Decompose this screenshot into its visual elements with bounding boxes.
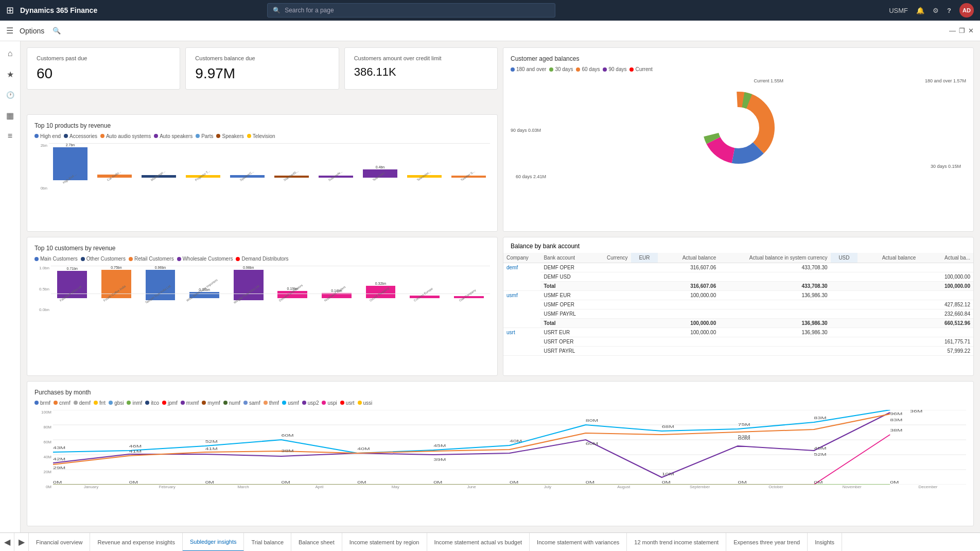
table-row: DEMF USD 100,000.00: [503, 272, 973, 282]
svg-point-4: [721, 110, 757, 146]
sidebar-modules[interactable]: ≡: [2, 128, 19, 144]
aged-balances-card: Customer aged balances 180 and over 30 d…: [503, 47, 974, 232]
svg-text:45M: 45M: [814, 446, 826, 450]
legend-60-days: 60 days: [576, 66, 600, 72]
svg-text:39M: 39M: [433, 457, 446, 461]
tab-financial-overview[interactable]: Financial overview: [29, 533, 90, 552]
tab-income-variances[interactable]: Income statement with variances: [530, 533, 627, 552]
svg-text:0M: 0M: [738, 480, 747, 484]
table-row: demf DEMF OPER 316,607.06 433,708.30: [503, 263, 973, 272]
svg-text:38M: 38M: [282, 449, 294, 453]
table-row-total: Total 316,607.06 433,708.30 100,000.00: [503, 282, 973, 291]
legend-180-over: 180 and over: [511, 66, 546, 72]
svg-text:68M: 68M: [662, 424, 674, 428]
top-customers-title: Top 10 customers by revenue: [34, 245, 490, 252]
tab-left-arrow[interactable]: ◀: [0, 533, 14, 552]
search-bar[interactable]: 🔍 Search for a page: [267, 3, 555, 18]
svg-text:45M: 45M: [433, 443, 446, 447]
sidebar-favorites[interactable]: ★: [2, 66, 19, 82]
hamburger-icon[interactable]: ☰: [6, 26, 13, 36]
sidebar-workspaces[interactable]: ▦: [2, 107, 19, 124]
tab-12month-trend[interactable]: 12 month trend income statement: [627, 533, 726, 552]
sidebar-home[interactable]: ⌂: [2, 45, 19, 62]
svg-text:10M: 10M: [662, 472, 674, 476]
svg-text:0M: 0M: [662, 480, 671, 484]
bank-balance-card: Balance by bank account Company Bank acc…: [503, 237, 974, 376]
svg-text:0M: 0M: [890, 480, 899, 484]
bank-balance-table: Company Bank account Currency EUR Actual…: [503, 253, 973, 356]
second-navigation: ☰ Options 🔍 — ❐ ✕: [0, 21, 980, 41]
kpi-past-due-label: Customers past due: [37, 55, 170, 61]
kpi-credit-limit-label: Customers amount over credit limit: [354, 55, 488, 61]
top-customers-legend: Main Customers Other Customers Retail Cu…: [34, 256, 490, 262]
bottom-tabs: ◀ ▶ Financial overview Revenue and expen…: [0, 532, 980, 551]
svg-text:0M: 0M: [814, 480, 822, 484]
svg-text:75M: 75M: [738, 422, 750, 426]
legend-30-days: 30 days: [549, 66, 573, 72]
bell-icon[interactable]: 🔔: [916, 7, 924, 14]
minimize-icon[interactable]: —: [949, 27, 956, 35]
avatar[interactable]: AD: [959, 3, 974, 18]
svg-text:38M: 38M: [890, 428, 902, 432]
svg-text:29M: 29M: [53, 466, 65, 470]
table-row: usmf USMF EUR 100,000.00 136,986.30: [503, 291, 973, 300]
help-icon[interactable]: ?: [947, 7, 951, 14]
svg-text:83M: 83M: [890, 418, 902, 422]
main-layout: ⌂ ★ 🕐 ▦ ≡ Customers past due 60 Customer…: [0, 41, 980, 532]
svg-text:52M: 52M: [814, 452, 826, 456]
tab-income-region[interactable]: Income statement by region: [342, 533, 427, 552]
tab-income-vs-budget[interactable]: Income statement actual vs budget: [427, 533, 530, 552]
svg-text:41M: 41M: [129, 449, 142, 453]
svg-text:40M: 40M: [357, 446, 370, 451]
svg-text:0M: 0M: [53, 480, 62, 484]
svg-text:83M: 83M: [814, 416, 826, 420]
top-navigation: ⊞ Dynamics 365 Finance 🔍 Search for a pa…: [0, 0, 980, 21]
svg-text:60M: 60M: [738, 436, 750, 440]
svg-text:0M: 0M: [129, 480, 138, 484]
customers-bars: 0.71bn Fabrikam India Ltd. 0.75bn Fourth…: [51, 266, 490, 312]
table-row-total: Total 100,000.00 136,986.30 660,512.96: [503, 319, 973, 328]
tab-subledger[interactable]: Subledger insights: [183, 533, 244, 552]
purchases-line-chart: 43M 46M 52M 60M 40M 45M 40M 80M 68M 75M …: [53, 410, 966, 485]
restore-icon[interactable]: ❐: [959, 27, 965, 35]
svg-text:0M: 0M: [282, 480, 290, 484]
user-code: USMF: [889, 7, 908, 14]
svg-text:0M: 0M: [586, 480, 594, 484]
sidebar-recent[interactable]: 🕐: [2, 87, 19, 103]
top-products-card: Top 10 products by revenue High end Acce…: [27, 114, 498, 232]
tab-trial-balance[interactable]: Trial balance: [244, 533, 291, 552]
top-products-legend: High end Accessories Auto audio systems …: [34, 133, 490, 139]
tab-expenses-3year[interactable]: Expenses three year trend: [726, 533, 808, 552]
top-products-title: Top 10 products by revenue: [34, 122, 490, 129]
tab-insights[interactable]: Insights: [808, 533, 842, 552]
aged-balances-legend: 180 and over 30 days 60 days 90 days Cur…: [511, 66, 966, 72]
aged-balances-title: Customer aged balances: [511, 55, 966, 62]
svg-text:46M: 46M: [129, 444, 142, 448]
kpi-past-due: Customers past due 60: [27, 47, 180, 90]
purchases-title: Purchases by month: [34, 389, 966, 396]
table-row: usrt USRT EUR 100,000.00 136,986.30: [503, 328, 973, 337]
table-row: USRT PAYRL 57,999.22: [503, 347, 973, 356]
tab-balance-sheet[interactable]: Balance sheet: [291, 533, 342, 552]
grid-icon[interactable]: ⊞: [6, 5, 14, 16]
tab-right-arrow[interactable]: ▶: [14, 533, 29, 552]
aged-label-current: Current 1.55M: [754, 78, 784, 83]
aged-label-60: 60 days 2.41M: [516, 174, 546, 179]
legend-90-days: 90 days: [603, 66, 626, 72]
svg-text:41M: 41M: [205, 446, 218, 451]
svg-text:0M: 0M: [433, 480, 442, 484]
search-options-icon[interactable]: 🔍: [52, 27, 61, 35]
top-customers-card: Top 10 customers by revenue Main Custome…: [27, 237, 498, 376]
svg-text:40M: 40M: [510, 439, 522, 443]
table-row: USMF OPER 427,852.12: [503, 300, 973, 309]
kpi-balance-due: Customers balance due 9.97M: [185, 47, 339, 90]
svg-text:36M: 36M: [910, 410, 922, 414]
svg-text:96M: 96M: [890, 411, 902, 416]
tab-revenue-expense[interactable]: Revenue and expense insights: [90, 533, 182, 552]
aged-label-90: 90 days 0.03M: [511, 128, 541, 133]
products-bars: 2.7bn High End ... Car Audio... MidRange…: [49, 143, 490, 191]
purchases-legend: brmf cnmf demf frrt gbsi inmf itco jpmf …: [34, 400, 966, 406]
svg-text:80M: 80M: [586, 418, 598, 422]
gear-icon[interactable]: ⚙: [933, 7, 939, 14]
close-icon[interactable]: ✕: [968, 27, 974, 35]
